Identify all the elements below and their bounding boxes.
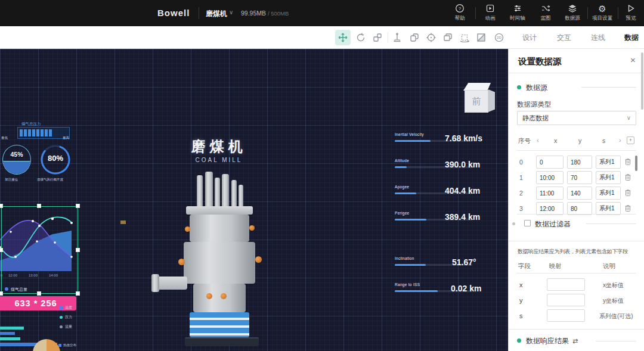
- pie-chart: [33, 339, 60, 351]
- mask-icon: [476, 32, 487, 43]
- tab-interaction[interactable]: 交互: [557, 33, 571, 43]
- project-chevron-down-icon[interactable]: ∨: [229, 9, 233, 15]
- model-pipe: [239, 185, 243, 209]
- settings-gear-icon: ⚙: [598, 3, 606, 14]
- selection-handle[interactable]: [0, 291, 3, 296]
- metric-inertial-velocity: Inertial Velocity 7.68 km/s: [395, 132, 502, 153]
- delete-row-icon[interactable]: [624, 173, 631, 181]
- delete-row-icon[interactable]: [624, 204, 631, 212]
- model-flange: [186, 206, 253, 215]
- layers-tool-button[interactable]: [440, 30, 456, 45]
- mask-tool-button[interactable]: [473, 30, 489, 45]
- mini-legend-item: 压力: [60, 315, 72, 320]
- model-pipe: [205, 172, 213, 209]
- tab-data[interactable]: 数据: [624, 33, 639, 43]
- datasource-type-select[interactable]: 静态数据 ∨: [517, 111, 636, 125]
- rotate-tool-button[interactable]: [353, 30, 369, 45]
- liquid-gauge-fill: [3, 161, 30, 174]
- selection-handle[interactable]: [0, 248, 3, 252]
- cell-s-input[interactable]: [596, 156, 621, 169]
- cell-y-input[interactable]: [567, 187, 592, 200]
- tab-connection[interactable]: 连线: [591, 33, 605, 43]
- model-upper-drum: [190, 215, 249, 242]
- blueprint-button[interactable]: 蓝图: [531, 3, 561, 22]
- selection-handle[interactable]: [76, 248, 80, 252]
- model-valve: [221, 293, 227, 299]
- duplicate-tool-button[interactable]: [407, 30, 422, 45]
- datasource-button[interactable]: 数据源: [558, 3, 587, 22]
- metric-bar: [395, 192, 416, 194]
- next-column-arrow[interactable]: ›: [619, 136, 621, 144]
- selection-handle[interactable]: [76, 204, 80, 208]
- move-tool-button[interactable]: [335, 30, 351, 45]
- selection-handle[interactable]: [37, 204, 41, 208]
- metric-perigee: Perigee 389.4 km: [395, 211, 502, 231]
- preview-button[interactable]: 预览: [616, 3, 644, 22]
- mapping-note: 数据响应结果应为列表，列表元素包含如下字段: [518, 248, 628, 256]
- selection-handle[interactable]: [37, 291, 41, 296]
- timeline-button[interactable]: 时间轴: [503, 3, 532, 22]
- mini-bar: [0, 327, 24, 330]
- cell-x-input[interactable]: [536, 171, 564, 184]
- panel-title: 设置数据源: [518, 56, 562, 67]
- cell-s-input[interactable]: [596, 202, 621, 215]
- view-gizmo-cube[interactable]: 前: [462, 82, 498, 116]
- map-header-desc: 说明: [603, 262, 615, 271]
- tab-design[interactable]: 设计: [522, 33, 537, 43]
- rotate-3d-tool-button[interactable]: [457, 30, 472, 45]
- flat-2d-tool-button[interactable]: 2D: [491, 30, 507, 45]
- model-coal-mill[interactable]: [150, 172, 279, 351]
- scene-viewport[interactable]: 磨煤机 COAL MILL 前 Inertial Velocity 7.68 k…: [0, 49, 508, 351]
- anchor-tool-button[interactable]: [389, 30, 405, 45]
- timeline-icon: [513, 3, 522, 14]
- panel-scrollbar[interactable]: [641, 52, 643, 110]
- metric-altitude: Altitude 390.0 km: [395, 159, 502, 179]
- delete-row-icon[interactable]: [624, 189, 631, 197]
- metric-bar: [395, 166, 407, 168]
- model-valve: [249, 225, 255, 231]
- project-settings-button[interactable]: ⚙ 项目设置: [587, 3, 617, 22]
- mini-legend-item: 温度: [60, 305, 72, 310]
- cell-x-input[interactable]: [536, 156, 564, 169]
- prev-column-arrow[interactable]: ‹: [537, 136, 539, 144]
- datasource-panel: 设置数据源 × 数据源 数据源类型 静态数据 ∨ 序号 ‹ x y s › + …: [508, 49, 644, 351]
- model-base-plate: [185, 337, 259, 346]
- help-button[interactable]: ? 帮助: [445, 3, 475, 22]
- add-row-button[interactable]: +: [627, 136, 634, 144]
- delete-row-icon[interactable]: [624, 158, 631, 166]
- move-icon: [338, 32, 348, 43]
- cell-s-input[interactable]: [596, 171, 621, 184]
- selection-handle[interactable]: [0, 204, 3, 208]
- refresh-icon[interactable]: ⇄: [572, 337, 578, 344]
- cell-y-input[interactable]: [567, 171, 592, 184]
- col-header-s: s: [602, 137, 605, 144]
- focus-target-tool-button[interactable]: [423, 30, 439, 45]
- scale-tool-button[interactable]: [370, 30, 385, 45]
- gauge-max-label: 最高: [63, 136, 69, 140]
- metric-range-to-iss: Range to ISS 0.02 km: [395, 282, 502, 303]
- cell-y-input[interactable]: [567, 156, 592, 169]
- animation-button[interactable]: 动画: [475, 3, 505, 22]
- cell-s-input[interactable]: [596, 187, 621, 200]
- map-x-input[interactable]: [547, 278, 585, 291]
- selection-handle[interactable]: [76, 291, 80, 296]
- data-filter-label: 数据过滤器: [535, 219, 571, 229]
- canvas-toolbar: 2D 设计 交互 连线 数据: [0, 26, 644, 49]
- metric-bar: [395, 264, 426, 266]
- map-header-map: 映射: [549, 262, 562, 271]
- segmented-pressure-gauge: [17, 127, 70, 139]
- close-icon[interactable]: ×: [630, 55, 636, 65]
- cell-x-input[interactable]: [536, 202, 564, 215]
- blueprint-icon: [541, 3, 550, 14]
- map-s-input[interactable]: [547, 309, 585, 322]
- mini-bar: [0, 337, 20, 340]
- cell-x-input[interactable]: [536, 187, 564, 200]
- liquid-gauge-value: 45%: [3, 151, 30, 158]
- model-pipe: [231, 180, 237, 209]
- selection-rect: [1, 206, 78, 294]
- cell-y-input[interactable]: [567, 202, 592, 215]
- model-base: [190, 312, 249, 337]
- table-scrollbar[interactable]: [635, 156, 637, 171]
- data-filter-checkbox[interactable]: [524, 220, 531, 226]
- map-y-input[interactable]: [547, 294, 585, 306]
